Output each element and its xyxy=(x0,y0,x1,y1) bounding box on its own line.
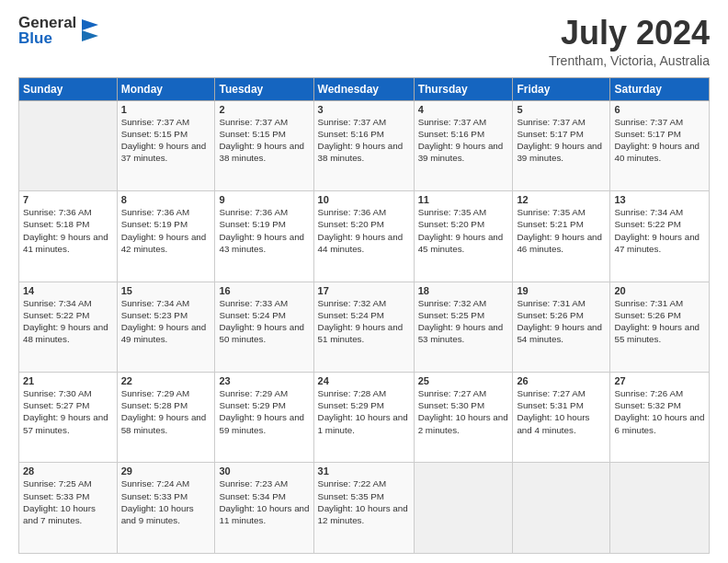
day-info: Sunrise: 7:29 AM Sunset: 5:28 PM Dayligh… xyxy=(121,387,211,436)
day-number: 17 xyxy=(318,285,410,296)
calendar-cell: 15Sunrise: 7:34 AM Sunset: 5:23 PM Dayli… xyxy=(117,282,215,372)
day-info: Sunrise: 7:25 AM Sunset: 5:33 PM Dayligh… xyxy=(23,477,113,526)
day-info: Sunrise: 7:37 AM Sunset: 5:15 PM Dayligh… xyxy=(219,116,309,165)
calendar-cell xyxy=(610,463,710,554)
day-number: 31 xyxy=(318,465,410,477)
title-area: July 2024 Trentham, Victoria, Australia xyxy=(549,15,710,68)
day-info: Sunrise: 7:24 AM Sunset: 5:33 PM Dayligh… xyxy=(121,477,211,526)
day-number: 11 xyxy=(418,194,509,205)
calendar-cell: 27Sunrise: 7:26 AM Sunset: 5:32 PM Dayli… xyxy=(610,373,710,463)
day-info: Sunrise: 7:32 AM Sunset: 5:24 PM Dayligh… xyxy=(318,297,410,346)
calendar-cell: 29Sunrise: 7:24 AM Sunset: 5:33 PM Dayli… xyxy=(117,463,215,554)
day-info: Sunrise: 7:27 AM Sunset: 5:31 PM Dayligh… xyxy=(517,387,606,436)
day-number: 4 xyxy=(418,104,509,115)
weekday-header-saturday: Saturday xyxy=(610,77,710,100)
day-info: Sunrise: 7:26 AM Sunset: 5:32 PM Dayligh… xyxy=(614,387,705,436)
weekday-header-tuesday: Tuesday xyxy=(215,77,313,100)
calendar-cell: 8Sunrise: 7:36 AM Sunset: 5:19 PM Daylig… xyxy=(117,191,215,282)
day-info: Sunrise: 7:23 AM Sunset: 5:34 PM Dayligh… xyxy=(219,477,309,526)
calendar-cell: 17Sunrise: 7:32 AM Sunset: 5:24 PM Dayli… xyxy=(313,282,414,372)
calendar-cell: 16Sunrise: 7:33 AM Sunset: 5:24 PM Dayli… xyxy=(215,282,313,372)
day-number: 15 xyxy=(121,285,211,296)
logo-general-text: General xyxy=(18,15,76,30)
svg-marker-0 xyxy=(82,19,98,30)
day-info: Sunrise: 7:37 AM Sunset: 5:17 PM Dayligh… xyxy=(614,116,705,165)
calendar-cell: 9Sunrise: 7:36 AM Sunset: 5:19 PM Daylig… xyxy=(215,191,313,282)
calendar-week-row: 28Sunrise: 7:25 AM Sunset: 5:33 PM Dayli… xyxy=(19,463,710,554)
day-number: 1 xyxy=(121,104,211,115)
calendar-cell: 22Sunrise: 7:29 AM Sunset: 5:28 PM Dayli… xyxy=(117,373,215,463)
header: General Blue July 2024 Trentham, Victori… xyxy=(18,15,710,68)
calendar-cell xyxy=(414,463,513,554)
day-number: 21 xyxy=(23,375,113,386)
calendar-cell: 11Sunrise: 7:35 AM Sunset: 5:20 PM Dayli… xyxy=(414,191,513,282)
weekday-header-friday: Friday xyxy=(513,77,610,100)
calendar-cell: 21Sunrise: 7:30 AM Sunset: 5:27 PM Dayli… xyxy=(19,373,118,463)
calendar-week-row: 1Sunrise: 7:37 AM Sunset: 5:15 PM Daylig… xyxy=(19,100,710,190)
day-info: Sunrise: 7:37 AM Sunset: 5:16 PM Dayligh… xyxy=(418,116,509,165)
day-number: 5 xyxy=(517,104,606,115)
day-number: 22 xyxy=(121,375,211,386)
day-number: 25 xyxy=(418,375,509,386)
day-number: 3 xyxy=(318,104,410,115)
day-number: 29 xyxy=(121,465,211,477)
calendar-table: SundayMondayTuesdayWednesdayThursdayFrid… xyxy=(18,77,710,554)
day-number: 20 xyxy=(614,285,705,296)
day-number: 6 xyxy=(614,104,705,115)
weekday-header-sunday: Sunday xyxy=(19,77,118,100)
calendar-cell xyxy=(19,100,118,190)
day-info: Sunrise: 7:37 AM Sunset: 5:17 PM Dayligh… xyxy=(517,116,606,165)
day-number: 7 xyxy=(23,194,113,205)
logo-flag-icon xyxy=(80,17,100,43)
calendar-week-row: 7Sunrise: 7:36 AM Sunset: 5:18 PM Daylig… xyxy=(19,191,710,282)
calendar-cell: 13Sunrise: 7:34 AM Sunset: 5:22 PM Dayli… xyxy=(610,191,710,282)
calendar-cell: 24Sunrise: 7:28 AM Sunset: 5:29 PM Dayli… xyxy=(313,373,414,463)
day-info: Sunrise: 7:27 AM Sunset: 5:30 PM Dayligh… xyxy=(418,387,509,436)
weekday-header-thursday: Thursday xyxy=(414,77,513,100)
calendar-cell: 2Sunrise: 7:37 AM Sunset: 5:15 PM Daylig… xyxy=(215,100,313,190)
day-info: Sunrise: 7:37 AM Sunset: 5:15 PM Dayligh… xyxy=(121,116,211,165)
logo-blue-text: Blue xyxy=(18,30,76,46)
calendar-cell: 28Sunrise: 7:25 AM Sunset: 5:33 PM Dayli… xyxy=(19,463,118,554)
day-info: Sunrise: 7:36 AM Sunset: 5:19 PM Dayligh… xyxy=(121,206,211,255)
logo: General Blue xyxy=(18,15,100,46)
day-number: 14 xyxy=(23,285,113,296)
day-info: Sunrise: 7:36 AM Sunset: 5:20 PM Dayligh… xyxy=(318,206,410,255)
day-info: Sunrise: 7:31 AM Sunset: 5:26 PM Dayligh… xyxy=(614,297,705,346)
day-info: Sunrise: 7:37 AM Sunset: 5:16 PM Dayligh… xyxy=(318,116,410,165)
day-number: 27 xyxy=(614,375,705,386)
weekday-header-monday: Monday xyxy=(117,77,215,100)
day-info: Sunrise: 7:36 AM Sunset: 5:18 PM Dayligh… xyxy=(23,206,113,255)
day-number: 8 xyxy=(121,194,211,205)
calendar-cell: 18Sunrise: 7:32 AM Sunset: 5:25 PM Dayli… xyxy=(414,282,513,372)
day-info: Sunrise: 7:31 AM Sunset: 5:26 PM Dayligh… xyxy=(517,297,606,346)
weekday-header-wednesday: Wednesday xyxy=(313,77,414,100)
location-subtitle: Trentham, Victoria, Australia xyxy=(549,53,710,68)
calendar-header-row: SundayMondayTuesdayWednesdayThursdayFrid… xyxy=(19,77,710,100)
day-number: 30 xyxy=(219,465,309,477)
calendar-cell: 7Sunrise: 7:36 AM Sunset: 5:18 PM Daylig… xyxy=(19,191,118,282)
svg-marker-1 xyxy=(82,30,98,41)
day-number: 28 xyxy=(23,465,113,477)
calendar-cell: 1Sunrise: 7:37 AM Sunset: 5:15 PM Daylig… xyxy=(117,100,215,190)
day-number: 26 xyxy=(517,375,606,386)
day-number: 23 xyxy=(219,375,309,386)
day-info: Sunrise: 7:34 AM Sunset: 5:22 PM Dayligh… xyxy=(23,297,113,346)
day-number: 9 xyxy=(219,194,309,205)
calendar-cell: 26Sunrise: 7:27 AM Sunset: 5:31 PM Dayli… xyxy=(513,373,610,463)
day-number: 10 xyxy=(318,194,410,205)
calendar-cell: 4Sunrise: 7:37 AM Sunset: 5:16 PM Daylig… xyxy=(414,100,513,190)
day-info: Sunrise: 7:36 AM Sunset: 5:19 PM Dayligh… xyxy=(219,206,309,255)
day-number: 2 xyxy=(219,104,309,115)
calendar-cell: 14Sunrise: 7:34 AM Sunset: 5:22 PM Dayli… xyxy=(19,282,118,372)
page: General Blue July 2024 Trentham, Victori… xyxy=(0,0,728,563)
day-info: Sunrise: 7:30 AM Sunset: 5:27 PM Dayligh… xyxy=(23,387,113,436)
day-number: 12 xyxy=(517,194,606,205)
calendar-week-row: 21Sunrise: 7:30 AM Sunset: 5:27 PM Dayli… xyxy=(19,373,710,463)
calendar-cell: 23Sunrise: 7:29 AM Sunset: 5:29 PM Dayli… xyxy=(215,373,313,463)
calendar-cell: 25Sunrise: 7:27 AM Sunset: 5:30 PM Dayli… xyxy=(414,373,513,463)
day-info: Sunrise: 7:33 AM Sunset: 5:24 PM Dayligh… xyxy=(219,297,309,346)
day-number: 16 xyxy=(219,285,309,296)
calendar-cell: 3Sunrise: 7:37 AM Sunset: 5:16 PM Daylig… xyxy=(313,100,414,190)
calendar-cell: 20Sunrise: 7:31 AM Sunset: 5:26 PM Dayli… xyxy=(610,282,710,372)
